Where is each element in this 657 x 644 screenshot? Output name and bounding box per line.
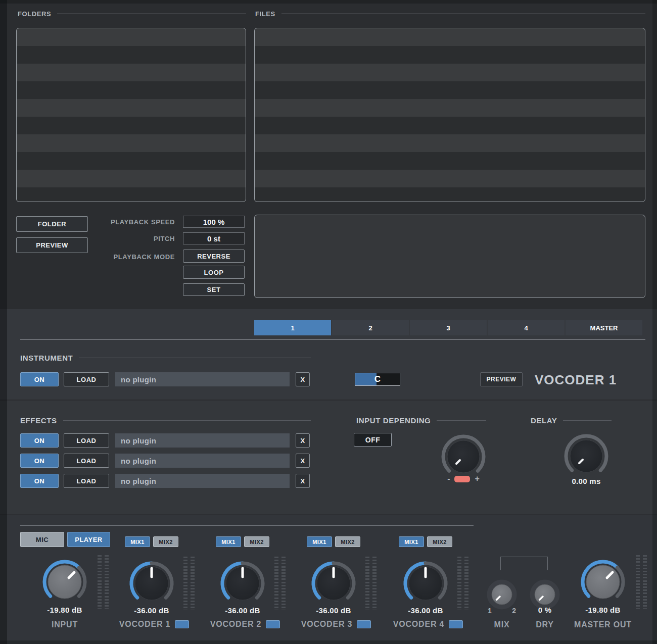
input-depending-label: INPUT DEPENDING xyxy=(356,416,431,425)
vocoder1-level-value: -36.00 dB xyxy=(116,606,187,615)
vocoder1-label-row: VOCODER 1 xyxy=(109,620,200,629)
folders-label: FOLDERS xyxy=(18,10,51,18)
vocoder3-level-value: -36.00 dB xyxy=(298,606,369,615)
tab-1[interactable]: 1 xyxy=(254,320,331,335)
files-label: FILES xyxy=(255,10,275,18)
player-button[interactable]: PLAYER xyxy=(67,532,110,547)
mixer-separator xyxy=(20,525,474,526)
instrument-slot-row: ON LOAD no plugin X xyxy=(20,372,310,386)
effects-label: EFFECTS xyxy=(20,416,57,425)
folders-list[interactable] xyxy=(16,28,246,202)
effect1-on-button[interactable]: ON xyxy=(20,433,59,448)
delay-value: 0.00 ms xyxy=(558,477,614,485)
input-depending-off-button[interactable]: OFF xyxy=(354,433,392,447)
effect2-plugin-field[interactable]: no plugin xyxy=(115,454,290,468)
files-list[interactable] xyxy=(254,28,645,202)
vocoder1-enable-chip[interactable] xyxy=(175,620,189,628)
mix-channel-numbers: 1 2 xyxy=(488,607,516,615)
instrument-section-header: INSTRUMENT xyxy=(20,354,311,362)
instrument-clear-x-button[interactable]: X xyxy=(296,372,310,386)
effect3-clear-x-button[interactable]: X xyxy=(296,474,310,488)
vocoder3-mix1-button[interactable]: MIX1 xyxy=(307,536,332,547)
vocoder3-label-row: VOCODER 3 xyxy=(291,620,382,629)
folders-section-header: FOLDERS xyxy=(18,10,246,18)
minus-icon[interactable]: - xyxy=(447,474,450,483)
effect-slot-row: ON LOAD no plugin X xyxy=(20,433,310,448)
vocoder4-level-value: -36.00 dB xyxy=(390,606,461,615)
vocoder1-level-meter xyxy=(183,557,195,610)
effect-slot-row: ON LOAD no plugin X xyxy=(20,454,310,468)
input-gain-knob[interactable] xyxy=(37,554,92,610)
tab-4[interactable]: 4 xyxy=(488,320,565,335)
vocoder2-label: VOCODER 2 xyxy=(210,620,261,629)
playback-speed-value[interactable]: 100 % xyxy=(183,216,245,228)
mic-button[interactable]: MIC xyxy=(20,532,64,547)
page-title: VOCODER 1 xyxy=(535,372,617,388)
mix-ch1-label: 1 xyxy=(488,607,492,615)
playback-speed-label: PLAYBACK SPEED xyxy=(51,218,175,226)
mix-ch2-label: 2 xyxy=(512,607,516,615)
mix-group-bracket xyxy=(500,557,548,570)
vocoder4-level-knob[interactable] xyxy=(398,556,453,611)
tab-master[interactable]: MASTER xyxy=(566,320,642,335)
instrument-load-button[interactable]: LOAD xyxy=(64,372,109,386)
master-level-meter xyxy=(636,555,647,609)
effect3-plugin-field[interactable]: no plugin xyxy=(115,474,290,488)
vocoder1-mix2-button[interactable]: MIX2 xyxy=(153,536,178,547)
effect3-on-button[interactable]: ON xyxy=(20,474,59,488)
vocoder2-mix2-button[interactable]: MIX2 xyxy=(244,536,269,547)
effect2-on-button[interactable]: ON xyxy=(20,454,59,468)
instrument-on-button[interactable]: ON xyxy=(20,372,59,386)
effect3-load-button[interactable]: LOAD xyxy=(64,474,109,488)
tab-2[interactable]: 2 xyxy=(332,320,409,335)
master-out-value: -19.80 dB xyxy=(568,606,638,614)
vocoder4-label-row: VOCODER 4 xyxy=(383,620,474,629)
tabs-separator xyxy=(20,339,645,340)
effect1-plugin-field[interactable]: no plugin xyxy=(115,433,290,448)
effect1-clear-x-button[interactable]: X xyxy=(296,433,310,448)
vocoder2-level-meter xyxy=(274,557,286,610)
channel-tabs: 1 2 3 4 MASTER xyxy=(254,320,642,335)
vocoder2-mix1-button[interactable]: MIX1 xyxy=(216,536,241,547)
vocoder2-level-value: -36.00 dB xyxy=(207,606,278,615)
delay-section-header: DELAY xyxy=(531,416,612,425)
waveform-display[interactable] xyxy=(254,215,645,298)
tab-3[interactable]: 3 xyxy=(410,320,487,335)
vocoder4-mix2-button[interactable]: MIX2 xyxy=(427,536,452,547)
vocoder3-label: VOCODER 3 xyxy=(301,620,352,629)
vocoder2-level-knob[interactable] xyxy=(215,556,270,611)
pitch-value[interactable]: 0 st xyxy=(183,232,245,244)
vocoder3-mix2-button[interactable]: MIX2 xyxy=(335,536,360,547)
plus-icon[interactable]: + xyxy=(475,474,479,483)
input-depending-range-control: - + xyxy=(436,474,491,483)
preview-instrument-button[interactable]: PREVIEW xyxy=(480,372,523,386)
master-out-knob[interactable] xyxy=(575,554,631,610)
vocoder1-mix1-button[interactable]: MIX1 xyxy=(125,536,150,547)
delay-label: DELAY xyxy=(531,416,557,425)
instrument-label: INSTRUMENT xyxy=(20,354,73,362)
effect1-load-button[interactable]: LOAD xyxy=(64,433,109,448)
dry-value: 0 % xyxy=(520,606,570,614)
loop-button[interactable]: LOOP xyxy=(183,266,245,279)
set-button[interactable]: SET xyxy=(183,283,245,296)
depending-indicator[interactable] xyxy=(454,476,470,482)
vocoder3-level-knob[interactable] xyxy=(306,556,361,611)
files-section-header: FILES xyxy=(255,10,645,18)
input-depending-section-header: INPUT DEPENDING xyxy=(356,416,486,425)
reverse-button[interactable]: REVERSE xyxy=(183,250,245,263)
vocoder4-enable-chip[interactable] xyxy=(449,620,463,628)
delay-knob[interactable] xyxy=(558,428,614,484)
master-out-label: MASTER OUT xyxy=(560,620,646,629)
vocoder4-label: VOCODER 4 xyxy=(393,620,444,629)
instrument-plugin-field[interactable]: no plugin xyxy=(115,372,290,386)
vocoder4-mix1-button[interactable]: MIX1 xyxy=(399,536,424,547)
effect2-clear-x-button[interactable]: X xyxy=(296,454,310,468)
input-gain-value: -19.80 dB xyxy=(29,606,100,614)
input-level-meter xyxy=(98,555,109,609)
vocoder3-enable-chip[interactable] xyxy=(357,620,371,628)
vocoder-plugin-window: FOLDERS FILES FOLDER PREVIEW PLAYBACK SP… xyxy=(0,0,657,644)
vocoder2-enable-chip[interactable] xyxy=(266,620,280,628)
note-slider[interactable]: C xyxy=(355,373,400,386)
effect2-load-button[interactable]: LOAD xyxy=(64,454,109,468)
vocoder1-level-knob[interactable] xyxy=(124,556,179,611)
